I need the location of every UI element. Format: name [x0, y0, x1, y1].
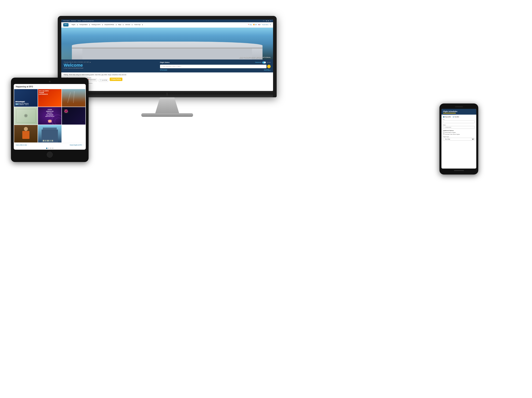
sfo-logo[interactable]: SFO [63, 23, 69, 26]
facebook-icon[interactable]: f [265, 20, 265, 22]
footer-hyatt-arrow: → [82, 144, 84, 146]
hero-image: SAN FRANCISCO INTERNATIONAL [61, 28, 273, 59]
scene: Passengers Business About COVID-19 Trave… [0, 0, 532, 398]
flight-status-panel: Flight Status Departures Arrivals [160, 62, 271, 70]
flight-links: Flight Tracker All Flights → [160, 69, 271, 71]
nav-travel-tips[interactable]: Travel Tips [134, 24, 140, 26]
exit-time-value: 12:45 PM [102, 80, 107, 81]
phone-form: From SFO To SFO To: Date: [441, 115, 476, 143]
exclude-code-label: Exclude Code Share Flights [445, 134, 460, 135]
top-link-covid[interactable]: COVID-19 Travel Info [82, 20, 94, 22]
hero-airport-name: SAN FRANCISCO INTERNATIONAL [239, 57, 271, 58]
monitor-base [141, 113, 193, 117]
tablet-footer: Grab a Bite to Eat → Grand Hyatt at SFO … [14, 143, 86, 147]
nav-parking[interactable]: Parking at SFO [92, 24, 100, 26]
phone-screen: Flight Schedules From SFO [441, 109, 476, 169]
tablet-cell-celebration[interactable]: SFO CELEBRA YOUR EXPERIENCE [38, 89, 62, 107]
nav-flights[interactable]: Flights [71, 24, 75, 26]
welcome-section: Thursday, May 04, 2023 • 07:38 AM • 13°C… [61, 59, 273, 72]
search-button[interactable]: › [267, 65, 271, 68]
flight-status-title: Flight Status [160, 62, 170, 63]
show-return-label: Show Return Flights [445, 132, 456, 133]
from-sfo-radio[interactable]: From SFO [443, 116, 451, 118]
top-link-business[interactable]: Business [71, 20, 76, 22]
map-icon[interactable]: 📍 Map [248, 24, 252, 26]
date-input[interactable] [443, 126, 475, 129]
nav-right: 📍 Map 📶 WiFi 🇺🇸 ▾ Travel Alerts 🔍 [248, 24, 271, 26]
tablet-cell-architecture[interactable] [62, 89, 85, 107]
tablet-cell-decorative[interactable]: ❋ [14, 107, 38, 125]
to-field-label: To: [443, 119, 475, 120]
additional-options-title: Additional Options [443, 130, 475, 131]
to-field-input[interactable] [443, 120, 475, 123]
twitter-icon[interactable]: 𝕏 [263, 20, 264, 22]
asian-heritage-text: ASIAN AMERICAN PACIFIC ISLANDER HERITAGE… [39, 109, 60, 117]
arrivals-label: Arrivals [267, 62, 271, 63]
tablet-cell-sfo-rome[interactable]: SFO SFO•ROME NEW NONSTOP SERVICE ON ITA … [14, 89, 38, 107]
dot-2[interactable] [48, 148, 49, 149]
instagram-icon[interactable]: ◉ [266, 20, 267, 22]
wifi-icon[interactable]: 📶 WiFi [253, 24, 257, 26]
phone-yellow-bar [443, 113, 456, 114]
flight-type-select[interactable]: Non-Stop [443, 138, 475, 140]
toggle-switch[interactable] [262, 62, 266, 63]
travel-alerts-link[interactable]: Travel Alerts [262, 24, 268, 26]
to-sfo-radio[interactable]: To SFO [453, 116, 459, 118]
tablet-cell-night-decor[interactable]: 🌺 ✦ [62, 107, 85, 125]
flight-tracker-link[interactable]: Flight Tracker [160, 69, 167, 71]
tablet-body: Happening at SFO SFO SFO•ROME NEW NONSTO… [11, 78, 89, 162]
dot-3[interactable] [50, 148, 51, 149]
flight-toggle[interactable]: Departures Arrivals [255, 62, 271, 63]
tablet-footer-link-food[interactable]: Grab a Bite to Eat → [16, 144, 29, 146]
parking-row: Arrival Time 📅 05/04/2023 🕐 12:45 PM [64, 77, 271, 82]
dot-4[interactable] [52, 148, 53, 149]
phone-home-indicator[interactable] [454, 170, 464, 171]
lotus-icon: 🪷 [47, 119, 52, 124]
toggle-knob [264, 62, 266, 63]
dot-1[interactable] [46, 148, 47, 149]
tablet-cell-building[interactable] [38, 125, 62, 142]
tablet-cell-performer[interactable] [14, 125, 38, 142]
nav-maps[interactable]: Maps [118, 24, 121, 26]
parking-section: Parking - Book early using our online bo… [61, 72, 273, 85]
exit-time-input[interactable]: 🕐 12:45 PM [99, 79, 108, 82]
additional-options-group: Additional Options Show Return Flights E… [443, 130, 475, 135]
flight-search-input[interactable]: ✈ Enter destination, airline, or flight … [160, 65, 266, 68]
exit-date-value: 05/04/2023 [90, 79, 96, 81]
from-sfo-label: From SFO [445, 116, 451, 118]
flag-icon[interactable]: 🇺🇸 ▾ [258, 24, 261, 26]
nav-shop[interactable]: Shop/Dine/Relax [104, 24, 114, 26]
phone-body: Flight Schedules From SFO [439, 103, 478, 175]
tablet-cell-asian-heritage[interactable]: ASIAN AMERICAN PACIFIC ISLANDER HERITAGE… [38, 107, 62, 125]
prepay-button[interactable]: Prepay Parking [110, 78, 122, 81]
nav-transportation[interactable]: Transportation [79, 24, 88, 26]
tablet-footer-link-hyatt[interactable]: Grand Hyatt at SFO → [70, 144, 84, 146]
search-icon[interactable]: 🔍 [270, 24, 271, 26]
clock-icon2: 🕐 [100, 80, 101, 81]
top-link-passengers[interactable]: Passengers [63, 20, 70, 22]
nav-services[interactable]: Services [125, 24, 130, 26]
sfo-website: Passengers Business About COVID-19 Trave… [61, 19, 273, 91]
show-return-flights-checkbox[interactable]: Show Return Flights [443, 132, 475, 133]
linkedin-icon[interactable]: in [270, 20, 271, 22]
tablet-screen: Happening at SFO SFO SFO•ROME NEW NONSTO… [14, 84, 86, 150]
tablet: Happening at SFO SFO SFO•ROME NEW NONSTO… [11, 78, 89, 162]
flight-type-label: Flight Type: [443, 136, 475, 137]
checkbox-box-2 [443, 133, 444, 135]
top-link-about[interactable]: About [78, 20, 81, 22]
flight-status-header: Flight Status Departures Arrivals [160, 62, 271, 63]
tablet-camera [49, 81, 51, 82]
tablet-app-header: Happening at SFO [14, 84, 86, 89]
monitor-screen: Passengers Business About COVID-19 Trave… [61, 19, 273, 91]
from-radio-dot [443, 116, 444, 118]
date-field-group: Date: [443, 124, 475, 129]
tablet-home-button[interactable] [47, 152, 53, 158]
flight-type-group: Flight Type: Non-Stop [443, 136, 475, 140]
all-flights-link[interactable]: All Flights → [264, 69, 271, 71]
youtube-icon[interactable]: ▶ [268, 20, 269, 22]
exclude-code-share-checkbox[interactable]: Exclude Code Share Flights [443, 133, 475, 135]
footer-hyatt-label: Grand Hyatt at SFO [70, 144, 82, 146]
desktop-monitor: Passengers Business About COVID-19 Trave… [58, 16, 277, 117]
monitor-bottom-bezel:  [61, 91, 273, 97]
phone-app-header: Flight Schedules [441, 109, 476, 115]
